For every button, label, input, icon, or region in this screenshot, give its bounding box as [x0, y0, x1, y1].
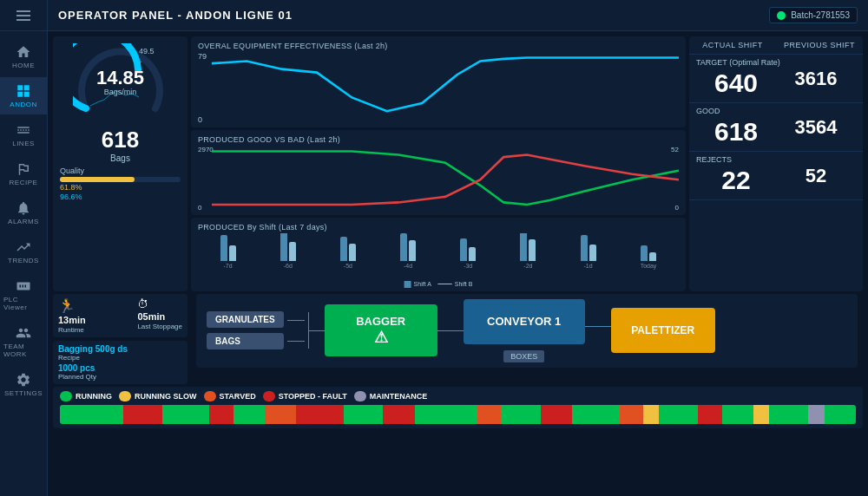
legend-stopped-dot [263, 391, 275, 401]
gauge-bags: 618 [60, 127, 181, 153]
bottom-panel: RUNNING RUNNING SLOW STARVED STOPPED - F… [53, 387, 863, 428]
flow-bagger-node[interactable]: BAGGER ⚠ [325, 304, 437, 356]
stats-target-values: 640 3616 [696, 69, 856, 97]
sidebar-item-andon[interactable]: ANDON [0, 77, 47, 114]
bottom-left-panel: 🏃 13min Runtime ⏱ 05min Last Stoppage Ba… [53, 294, 187, 384]
oee-chart: OVERAL EQUIPMENT EFFECTIVENESS (Last 2h)… [191, 36, 686, 127]
batch-label: Batch-2781553 [791, 10, 850, 20]
legend-starved-dot [204, 391, 216, 401]
sidebar-item-alarms[interactable]: ALARMS [0, 194, 47, 232]
timeline-segment [643, 405, 659, 424]
legend-starved: STARVED [204, 391, 256, 401]
runtime-item: 🏃 13min Runtime [58, 297, 86, 334]
stats-rejects-actual: 22 [721, 166, 750, 194]
legend-running: RUNNING [60, 391, 112, 401]
flow-granulates[interactable]: GRANULATES [207, 311, 284, 328]
oee-svg [212, 52, 679, 121]
timeline-segment [209, 405, 233, 424]
runtime-label: Runtime [58, 326, 86, 334]
stats-target-actual: 640 [714, 69, 758, 97]
timeline-segment [620, 405, 643, 424]
batch-badge: Batch-2781553 [769, 7, 858, 23]
flow-boxes-label: BOXES [503, 350, 544, 362]
stoppage-value: 05min [137, 311, 182, 322]
timeline-segment [769, 405, 808, 424]
svg-rect-3 [24, 92, 30, 97]
timeline-segment [572, 405, 619, 424]
bagger-warning-icon: ⚠ [374, 328, 388, 347]
svg-rect-0 [17, 85, 23, 90]
shift-a-label: Shift A [414, 281, 431, 287]
legend-maintenance: MAINTENANCE [354, 391, 428, 401]
svg-rect-2 [17, 92, 23, 97]
flow-palettizer-node[interactable]: PALETTIZER [611, 308, 715, 353]
flow-bags[interactable]: BAGS [207, 333, 284, 349]
stats-good-values: 618 3564 [696, 117, 856, 146]
stats-rejects-row: REJECTS 22 52 [689, 152, 863, 200]
timeline-segment [477, 405, 501, 424]
runtime-value: 13min [58, 315, 86, 325]
stats-good-row: GOOD 618 3564 [689, 103, 863, 152]
quality-bar-container: Quality 61.8% 96.6% [60, 166, 181, 201]
timeline-segment [541, 405, 572, 424]
runtime-info-row: 🏃 13min Runtime ⏱ 05min Last Stoppage [53, 294, 187, 337]
stats-good-prev: 3564 [795, 116, 838, 138]
legend-stopped: STOPPED - FAULT [263, 391, 347, 401]
gauge-container: 49.5 % 14.85 Bag [73, 43, 168, 121]
timeline-segment [501, 405, 540, 424]
stats-good-actual: 618 [714, 117, 758, 146]
top-row: 49.5 % 14.85 Bag [48, 31, 868, 294]
sidebar-nav: HOME ANDON LINES RECIPE ALARMS TRENDS [0, 31, 47, 410]
stats-rejects-label: REJECTS [696, 155, 856, 164]
runner-icon: 🏃 [58, 297, 86, 314]
good-bad-chart: PRODUCED GOOD VS BAD (Last 2h) 2970 52 0… [191, 130, 686, 215]
timeline-segment [162, 405, 209, 424]
gauge-values: 14.85 Bags/min [96, 69, 144, 96]
sidebar-item-lines[interactable]: LINES [0, 116, 47, 153]
legend-maintenance-dot [354, 391, 366, 401]
sidebar-item-settings[interactable]: SETTINGS [0, 366, 47, 403]
timeline-segment [296, 405, 343, 424]
topbar: OPERATOR PANEL - ANDON LIGNE 01 Batch-27… [48, 0, 868, 31]
flow-conveyor-node[interactable]: CONVEYOR 1 [464, 299, 585, 344]
gauge-unit: Bags/min [104, 88, 137, 96]
good-bad-title: PRODUCED GOOD VS BAD (Last 2h) [198, 135, 679, 144]
timeline-segment [753, 405, 769, 424]
flow-inputs: GRANULATES BAGS [207, 311, 284, 349]
timeline-segment [233, 405, 265, 424]
recipe-label: Recipe [58, 354, 182, 362]
timeline-segment [722, 405, 753, 424]
stats-header: ACTUAL SHIFT PREVIOUS SHIFT [689, 36, 863, 55]
stats-target-row: TARGET (Optimal Rate) 640 3616 [689, 55, 863, 103]
sidebar-item-trends[interactable]: TRENDS [0, 233, 47, 271]
quality-label: Quality [60, 166, 181, 175]
stats-rejects-values: 22 52 [696, 166, 856, 194]
legend-running-dot [60, 391, 72, 401]
timeline-segment [60, 405, 123, 424]
quality-pct1: 61.8% [60, 183, 181, 192]
timeline-segment [123, 405, 162, 424]
quality-bar-inner [60, 177, 135, 182]
topbar-title: OPERATOR PANEL - ANDON LIGNE 01 [58, 9, 293, 22]
sidebar-item-home[interactable]: HOME [0, 38, 47, 75]
sidebar-item-teamwork[interactable]: TEAM WORK [0, 319, 47, 364]
timeline-segment [344, 405, 383, 424]
quality-bar-outer [60, 177, 181, 182]
sidebar-item-recipe[interactable]: RECIPE [0, 155, 47, 193]
shift-b-label: Shift B [455, 281, 473, 287]
flow-panel: GRANULATES BAGS BAGGER [196, 294, 858, 368]
stats-target-label: TARGET (Optimal Rate) [696, 58, 856, 67]
charts-panel: OVERAL EQUIPMENT EFFECTIVENESS (Last 2h)… [191, 36, 686, 291]
shift-chart: PRODUCED By Shift (Last 7 days) -7d [191, 218, 686, 291]
oee-chart-title: OVERAL EQUIPMENT EFFECTIVENESS (Last 2h) [198, 42, 679, 50]
timeline-bar [60, 405, 856, 424]
gauge-bags-label: Bags [60, 153, 181, 163]
quality-pct2: 96.6% [60, 193, 181, 201]
sidebar: HOME ANDON LINES RECIPE ALARMS TRENDS [0, 0, 48, 496]
stoppage-item: ⏱ 05min Last Stoppage [137, 297, 182, 334]
main-content: OPERATOR PANEL - ANDON LIGNE 01 Batch-27… [48, 0, 868, 496]
legend-running-slow-dot [119, 391, 131, 401]
stats-good-label: GOOD [696, 107, 856, 115]
sidebar-item-plc[interactable]: PLC Viewer [0, 272, 47, 317]
hamburger-icon[interactable] [16, 10, 30, 21]
